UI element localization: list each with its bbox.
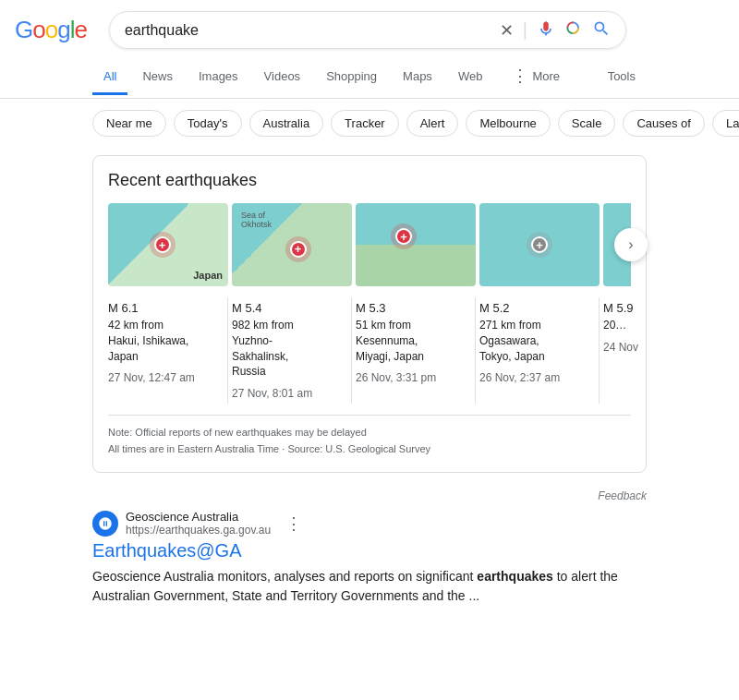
header: Google ✕ | xyxy=(0,0,739,56)
search-submit-icon[interactable] xyxy=(592,19,611,41)
eq-maps-container: + Japan Sea ofOkhotsk + xyxy=(108,203,631,286)
eq-note-line2: All times are in Eastern Australia Time … xyxy=(108,443,430,454)
eq-date-4: 26 Nov, 2:37 am xyxy=(479,371,599,384)
filter-causes-of[interactable]: Causes of xyxy=(623,110,705,137)
tab-more[interactable]: ⋮ More xyxy=(501,56,571,98)
eq-pin-2: + xyxy=(285,236,311,262)
eq-maps-row: + Japan Sea ofOkhotsk + xyxy=(108,203,631,286)
result-title[interactable]: Earthquakes@GA xyxy=(92,540,647,561)
eq-location-1: 42 km fromHakui, Ishikawa,Japan xyxy=(108,318,227,364)
filter-australia[interactable]: Australia xyxy=(249,110,324,137)
main-content: Recent earthquakes + Japan xyxy=(0,148,739,613)
google-logo: Google xyxy=(15,16,87,44)
tab-tools[interactable]: Tools xyxy=(597,60,647,95)
eq-map-4[interactable]: + xyxy=(479,203,600,286)
feedback-link[interactable]: Feedback xyxy=(598,489,647,502)
eq-map-img-2: Sea ofOkhotsk + xyxy=(232,203,352,286)
result-site-name: Geoscience Australia xyxy=(126,510,271,524)
eq-date-1: 27 Nov, 12:47 am xyxy=(108,371,227,384)
eq-note-line1: Note: Official reports of new earthquake… xyxy=(108,427,367,438)
eq-detail-4: M 5.2 271 km fromOgasawara,Tokyo, Japan … xyxy=(479,297,600,404)
eq-map-1[interactable]: + Japan xyxy=(108,203,228,286)
result-url: https://earthquakes.ga.gov.au xyxy=(126,524,271,537)
result-description: Geoscience Australia monitors, analyses … xyxy=(92,567,647,606)
tab-videos[interactable]: Videos xyxy=(253,60,312,95)
eq-detail-5: M 5.9 20… 24 Nov xyxy=(603,297,663,404)
eq-next-arrow[interactable]: › xyxy=(614,228,648,261)
search-icon-area: ✕ | xyxy=(500,19,611,41)
eq-location-2: 982 km fromYuzhno-Sakhalinsk,Russia xyxy=(232,318,351,380)
eq-pin-3: + xyxy=(391,223,417,249)
tab-all[interactable]: All xyxy=(92,60,127,95)
eq-map-img-3: + xyxy=(356,203,476,286)
nav-tabs: All News Images Videos Shopping Maps Web… xyxy=(0,56,739,99)
eq-map-3[interactable]: + xyxy=(356,203,476,286)
result-source: Geoscience Australia https://earthquakes… xyxy=(92,510,647,537)
eq-magnitude-3: M 5.3 xyxy=(356,301,475,315)
divider: | xyxy=(523,19,527,41)
eq-pin-4: + xyxy=(527,232,552,258)
tab-news[interactable]: News xyxy=(131,60,184,95)
result-favicon xyxy=(92,511,118,537)
filter-latest[interactable]: Latest xyxy=(712,110,739,137)
filter-row: Near me Today's Australia Tracker Alert … xyxy=(0,99,739,148)
eq-detail-3: M 5.3 51 km fromKesennuma,Miyagi, Japan … xyxy=(356,297,476,404)
eq-map-img-4: + xyxy=(479,203,600,286)
search-result: Geoscience Australia https://earthquakes… xyxy=(92,510,647,606)
eq-location-5: 20… xyxy=(603,318,663,333)
eq-date-2: 27 Nov, 8:01 am xyxy=(232,387,351,400)
eq-details-row: M 6.1 42 km fromHakui, Ishikawa,Japan 27… xyxy=(108,297,631,404)
result-source-info: Geoscience Australia https://earthquakes… xyxy=(126,510,271,537)
filter-tracker[interactable]: Tracker xyxy=(331,110,399,137)
voice-icon[interactable] xyxy=(537,19,555,41)
eq-magnitude-2: M 5.4 xyxy=(232,301,351,315)
filter-todays[interactable]: Today's xyxy=(174,110,242,137)
eq-location-3: 51 km fromKesennuma,Miyagi, Japan xyxy=(356,318,475,364)
eq-location-4: 271 km fromOgasawara,Tokyo, Japan xyxy=(479,318,599,364)
eq-magnitude-4: M 5.2 xyxy=(479,301,599,315)
eq-pin-1: + xyxy=(150,232,176,258)
filter-melbourne[interactable]: Melbourne xyxy=(466,110,550,137)
search-input[interactable] xyxy=(125,22,492,39)
eq-note: Note: Official reports of new earthquake… xyxy=(108,415,631,457)
lens-icon[interactable] xyxy=(564,19,583,41)
eq-detail-2: M 5.4 982 km fromYuzhno-Sakhalinsk,Russi… xyxy=(232,297,352,404)
filter-alert[interactable]: Alert xyxy=(406,110,459,137)
earthquakes-card: Recent earthquakes + Japan xyxy=(92,155,647,473)
result-more-button[interactable]: ⋮ xyxy=(285,513,302,534)
eq-detail-1: M 6.1 42 km fromHakui, Ishikawa,Japan 27… xyxy=(108,297,228,404)
tab-images[interactable]: Images xyxy=(188,60,249,95)
clear-icon[interactable]: ✕ xyxy=(500,20,514,41)
filter-near-me[interactable]: Near me xyxy=(92,110,166,137)
feedback-row: Feedback xyxy=(92,488,647,502)
tab-maps[interactable]: Maps xyxy=(392,60,443,95)
eq-magnitude-5: M 5.9 xyxy=(603,301,663,315)
map-top-label-2: Sea ofOkhotsk xyxy=(241,211,272,229)
eq-date-5: 24 Nov xyxy=(603,341,663,354)
eq-magnitude-1: M 6.1 xyxy=(108,301,227,315)
map-label-1: Japan xyxy=(193,270,223,281)
search-bar: ✕ | xyxy=(109,11,626,49)
eq-card-title: Recent earthquakes xyxy=(108,171,631,190)
tab-shopping[interactable]: Shopping xyxy=(315,60,388,95)
eq-date-3: 26 Nov, 3:31 pm xyxy=(356,371,475,384)
eq-map-img-1: + Japan xyxy=(108,203,228,286)
filter-scale[interactable]: Scale xyxy=(558,110,616,137)
tab-web[interactable]: Web xyxy=(447,60,494,95)
eq-map-2[interactable]: Sea ofOkhotsk + xyxy=(232,203,352,286)
